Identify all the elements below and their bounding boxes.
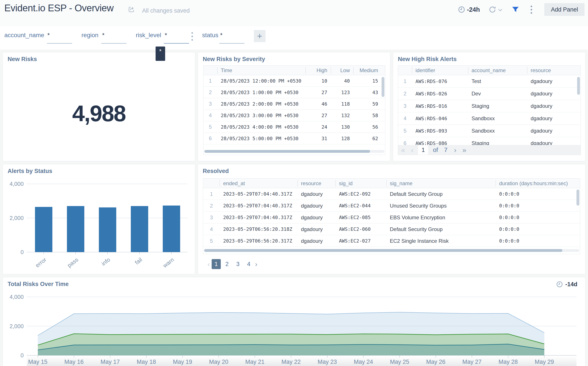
table-cell: EBS Volume Encryption	[386, 214, 496, 221]
svg-text:May 15: May 15	[28, 358, 48, 365]
table-row: 3AWS:RDS-016Stagingdgadoury	[398, 100, 580, 112]
panel-title: New Risks	[8, 56, 37, 63]
svg-text:4,000: 4,000	[10, 294, 24, 300]
row-number: 1	[204, 78, 217, 84]
filter-input-status[interactable]	[219, 43, 244, 44]
filter-input-account-name[interactable]	[47, 43, 72, 44]
page-button-2[interactable]: 2	[223, 259, 232, 269]
table-cell: Sandboxx	[468, 115, 527, 122]
column-header-ended-at[interactable]: ended_at	[220, 179, 297, 188]
prev-page-button[interactable]: ‹	[411, 145, 414, 154]
svg-text:May 24: May 24	[354, 358, 373, 365]
table-cell: dgadoury	[297, 214, 336, 221]
column-header-resource[interactable]: resource	[527, 66, 577, 75]
top-bar: Evident.io ESP - Overview All changes sa…	[0, 0, 588, 26]
filter-bar: account_name * region * risk_level * sta…	[0, 26, 588, 50]
table-cell: 123	[331, 90, 353, 95]
svg-text:2,000: 2,000	[10, 323, 24, 329]
refresh-chevron-icon[interactable]	[498, 8, 502, 11]
horizontal-scrollbar[interactable]	[204, 249, 562, 252]
table-cell: AWS:EC2-027	[336, 238, 386, 244]
table-cell: 0:0:0:0	[496, 215, 576, 220]
page-button-1[interactable]: 1	[212, 259, 221, 269]
column-header-low[interactable]: Low	[331, 66, 353, 75]
filter-value-risk-level[interactable]: *	[165, 32, 167, 39]
first-page-button[interactable]: «	[401, 145, 405, 154]
share-icon[interactable]	[128, 6, 135, 13]
more-menu-icon[interactable]	[529, 4, 534, 15]
vertical-scrollbar[interactable]	[576, 190, 579, 206]
total-risks-area-chart[interactable]: 02,0004,000May 15May 16May 17May 18May 1…	[3, 277, 585, 366]
column-header-sig-id[interactable]: sig_id	[336, 179, 386, 188]
table-cell: Default Security Group	[386, 226, 496, 232]
column-header-high[interactable]: High	[306, 66, 331, 75]
filter-value-region[interactable]: *	[102, 32, 105, 39]
filter-input-region[interactable]	[101, 43, 127, 44]
clock-icon[interactable]	[458, 6, 465, 13]
severity-table: TimeHighLowMedium 128/05/2023 12:00:00 P…	[203, 65, 385, 155]
vertical-scrollbar[interactable]	[577, 77, 580, 95]
last-page-button[interactable]: »	[462, 145, 466, 154]
dashboard: Evident.io ESP - Overview All changes sa…	[0, 0, 588, 366]
current-page-input[interactable]: 1	[418, 145, 428, 155]
svg-text:May 18: May 18	[137, 358, 156, 365]
column-header-sig-name[interactable]: sig_name	[386, 179, 496, 188]
time-range-value[interactable]: -24h	[467, 6, 480, 13]
table-cell: 0:0:0:0	[496, 227, 576, 232]
column-header-duration-days-hours-min-sec-[interactable]: duration (days:hours:min:sec)	[496, 179, 576, 188]
table-header: identifieraccount_nameresource	[398, 66, 580, 75]
header-toolbar: -24h Add Panel	[458, 3, 585, 16]
filter-icon[interactable]	[512, 7, 519, 13]
filter-options-icon[interactable]	[191, 32, 193, 41]
table-cell: dgadoury	[527, 78, 577, 84]
next-page-button[interactable]: ›	[454, 145, 456, 154]
table-row: 428/05/2023 3:00:00 PM +05302713258	[204, 110, 385, 121]
next-page-button[interactable]: ›	[255, 259, 257, 269]
svg-text:May 19: May 19	[173, 358, 192, 365]
column-header-medium[interactable]: Medium	[353, 66, 382, 75]
column-header-account-name[interactable]: account_name	[468, 66, 527, 75]
table-cell: 58	[353, 113, 382, 118]
table-cell: EC2 Single Instance Risk	[386, 238, 496, 244]
table-row: 128/05/2023 12:00:00 PM +0530104015	[204, 75, 385, 87]
horizontal-scrollbar-track[interactable]	[204, 150, 384, 153]
prev-page-button[interactable]: ‹	[208, 259, 210, 269]
table-cell: dgadoury	[297, 226, 336, 232]
panel-total-risks-over-time: Total Risks Over Time -14d 02,0004,000Ma…	[3, 277, 585, 366]
column-header-identifier[interactable]: identifier	[412, 66, 468, 75]
table-cell: 2023-05-29T07:04:40.317Z	[220, 191, 297, 197]
horizontal-scrollbar[interactable]	[204, 150, 370, 153]
refresh-icon[interactable]	[489, 6, 496, 14]
filter-value-account-name[interactable]: *	[47, 32, 50, 39]
vertical-scrollbar[interactable]	[382, 77, 384, 97]
svg-text:May 25: May 25	[390, 358, 409, 365]
row-number: 4	[398, 115, 412, 122]
filter-label-status: status	[202, 32, 218, 39]
add-filter-button[interactable]: +	[254, 30, 265, 42]
table-header: ended_atresourcesig_idsig_nameduration (…	[203, 179, 580, 188]
table-cell: dgadoury	[297, 203, 336, 209]
add-panel-button[interactable]: Add Panel	[544, 3, 585, 16]
svg-text:warn: warn	[161, 256, 175, 269]
page-button-4[interactable]: 4	[244, 259, 253, 269]
page-button-3[interactable]: 3	[233, 259, 242, 269]
filter-value-status[interactable]: *	[220, 32, 223, 39]
panel-new-risks-by-severity: New Risks by Severity TimeHighLowMedium …	[198, 52, 390, 161]
table-cell: dgadoury	[527, 91, 577, 97]
table-cell: 28/05/2023 12:00:00 PM +0530	[217, 78, 306, 84]
panel-resolved: Resolved ended_atresourcesig_idsig_named…	[198, 164, 585, 274]
table-cell: 27	[306, 90, 331, 95]
table-cell: 128	[331, 136, 353, 141]
row-number: 5	[203, 238, 220, 244]
alerts-by-status-bar-chart[interactable]: 4,0002,0000errorpassinfofailwarn	[3, 164, 195, 274]
column-header-time[interactable]: Time	[217, 66, 306, 75]
column-header-resource[interactable]: resource	[297, 179, 336, 188]
table-cell: 28/05/2023 3:00:00 PM +0530	[217, 113, 306, 118]
page-title: Evident.io ESP - Overview	[4, 3, 114, 14]
table-cell: 59	[353, 101, 382, 107]
filter-input-risk-level[interactable]	[164, 43, 189, 44]
horizontal-scrollbar-track[interactable]	[204, 249, 579, 252]
table-cell: Default Security Group	[386, 191, 496, 197]
svg-text:May 23: May 23	[318, 358, 337, 365]
table-row: 22023-05-29T07:04:40.317ZdgadouryAWS:EC2…	[203, 200, 580, 212]
